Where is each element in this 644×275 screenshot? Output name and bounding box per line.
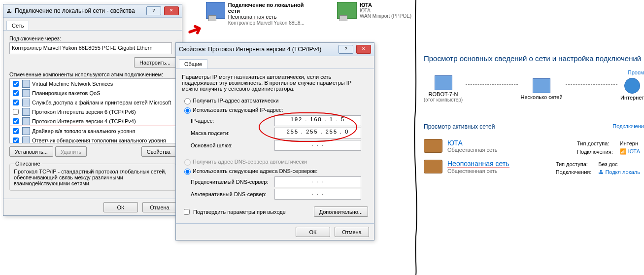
- conn-link[interactable]: ЮТА: [628, 148, 640, 154]
- dns-manual-label: Использовать следующие адреса DNS-сервер…: [193, 168, 317, 174]
- conn-label: Подключения:: [553, 169, 595, 175]
- protocol-icon: [22, 117, 30, 125]
- help-button[interactable]: ?: [146, 6, 161, 15]
- annotation-circle: [259, 112, 357, 142]
- network-item-lan[interactable]: Подключение по локальной сети Неопознанн…: [206, 2, 314, 26]
- help-button[interactable]: ?: [339, 45, 353, 54]
- window-title: Свойства: Протокол Интернета версии 4 (T…: [179, 46, 336, 53]
- protocol-icon: [22, 99, 30, 106]
- tab-general[interactable]: Общие: [179, 59, 207, 69]
- component-name: Протокол Интернета версии 6 (TCP/IPv6): [32, 109, 136, 115]
- component-checkbox[interactable]: [13, 109, 19, 115]
- validate-checkbox[interactable]: [184, 209, 190, 215]
- lan-device: Контроллер Marvell Yukon 88E8...: [228, 20, 314, 26]
- network-block-unknown: Неопознанная сеть Общественная сеть Тип …: [424, 160, 644, 174]
- component-checkbox[interactable]: [13, 90, 19, 96]
- globe-icon: [624, 78, 640, 94]
- component-name: Служба доступа к файлам и принтерам сете…: [32, 100, 171, 105]
- lan-icon: [206, 2, 225, 19]
- dns2-label: Альтернативный DNS-сервер:: [191, 191, 274, 197]
- network-item-yota[interactable]: ЮТА ЮТА WAN Miniport (PPPOE): [337, 2, 445, 19]
- protocol-icon: [22, 108, 30, 116]
- component-item[interactable]: Протокол Интернета версии 6 (TCP/IPv6): [10, 107, 175, 116]
- network-center-heading: Просмотр основных сведений о сети и наст…: [424, 54, 644, 63]
- component-name: Virtual Machine Network Services: [32, 81, 113, 87]
- description-text: Протокол TCP/IP - стандартный протокол г…: [14, 169, 171, 186]
- protocol-icon: [22, 89, 30, 97]
- component-item[interactable]: Планировщик пакетов QoS: [10, 88, 175, 98]
- protocol-icon: [22, 127, 30, 135]
- access-label: Тип доступа:: [553, 161, 595, 168]
- window-icon: 🖧: [6, 8, 12, 14]
- component-item[interactable]: Ответчик обнаружения топологии канальног…: [10, 136, 175, 143]
- properties-button[interactable]: Свойства: [141, 146, 176, 157]
- conn-label: Подключения:: [574, 148, 616, 155]
- ip-manual-radio[interactable]: [184, 107, 191, 114]
- dns1-field[interactable]: . . .: [274, 176, 361, 187]
- validate-label: Подтвердить параметры при выходе: [193, 209, 286, 215]
- component-item[interactable]: Протокол Интернета версии 4 (TCP/IPv4): [10, 116, 175, 126]
- lan-title: Подключение по локальной сети: [228, 2, 314, 14]
- yota-title: ЮТА: [360, 2, 411, 8]
- access-value: Интерн: [617, 140, 643, 147]
- install-button[interactable]: Установить...: [9, 146, 53, 157]
- network-name[interactable]: Неопознанная сеть: [447, 160, 509, 168]
- ip-auto-label: Получить IP-адрес автоматически: [193, 98, 278, 103]
- component-checkbox[interactable]: [13, 81, 19, 87]
- cancel-button[interactable]: Отмена: [142, 202, 177, 212]
- ok-button[interactable]: ОК: [296, 227, 330, 237]
- access-value: Без дос: [595, 161, 643, 168]
- protocol-icon: [22, 137, 30, 144]
- component-checkbox[interactable]: [13, 118, 19, 124]
- component-checkbox[interactable]: [13, 138, 19, 143]
- component-item[interactable]: Служба доступа к файлам и принтерам сете…: [10, 98, 175, 107]
- ip-manual-label: Использовать следующий IP-адрес:: [193, 107, 283, 113]
- gateway-label: Основной шлюз:: [191, 142, 274, 148]
- close-button[interactable]: ✕: [356, 45, 371, 54]
- ok-button[interactable]: ОК: [103, 202, 138, 212]
- annotation-divider: [411, 0, 421, 275]
- component-name: Драйвер в/в тополога канального уровня: [32, 128, 135, 134]
- ipv4-properties-window: Свойства: Протокол Интернета версии 4 (T…: [175, 42, 374, 241]
- network-type: Общественная сеть: [447, 147, 498, 153]
- component-name: Протокол Интернета версии 4 (TCP/IPv4): [32, 118, 136, 124]
- component-name: Ответчик обнаружения топологии канальног…: [32, 138, 166, 143]
- networks-icon: [533, 78, 550, 93]
- component-item[interactable]: Драйвер в/в тополога канального уровня: [10, 126, 175, 136]
- access-label: Тип доступа:: [574, 140, 616, 147]
- annotation-arrow: ➜: [184, 18, 205, 42]
- description-label: Описание: [14, 161, 42, 167]
- components-list[interactable]: Virtual Machine Network ServicesПланиров…: [9, 78, 176, 143]
- active-networks-heading: Просмотр активных сетей: [424, 123, 495, 130]
- component-name: Планировщик пакетов QoS: [32, 90, 101, 96]
- advanced-button[interactable]: Дополнительно...: [314, 206, 368, 217]
- network-name[interactable]: ЮТА: [447, 139, 498, 147]
- bench-icon: [424, 139, 442, 153]
- network-center-panel: Просмотр основных сведений о сети и наст…: [424, 54, 644, 181]
- network-block-yota: ЮТА Общественная сеть Тип доступа:Интерн…: [424, 139, 644, 153]
- cancel-button[interactable]: Отмена: [335, 227, 369, 237]
- ip-auto-radio[interactable]: [184, 98, 191, 104]
- adapter-field[interactable]: Контроллер Marvell Yukon 88E8055 PCI-E G…: [9, 42, 172, 54]
- map-node-this-pc: ROBOT-7-N (этот компьютер): [424, 75, 463, 103]
- connect-via-label: Подключение через:: [9, 35, 176, 41]
- map-node-networks: Несколько сетей: [521, 78, 563, 100]
- map-node-internet: Интернет: [620, 78, 644, 101]
- connections-link[interactable]: Подключени: [612, 123, 644, 132]
- tab-network[interactable]: Сеть: [6, 21, 29, 30]
- full-map-link[interactable]: Просм: [424, 69, 644, 75]
- component-item[interactable]: Virtual Machine Network Services: [10, 79, 175, 88]
- conn-link[interactable]: Подкл локаль: [605, 169, 640, 175]
- dns2-field[interactable]: . . .: [274, 189, 361, 200]
- components-label: Отмеченные компоненты используются этим …: [9, 71, 176, 77]
- close-button[interactable]: ✕: [164, 6, 179, 15]
- component-checkbox[interactable]: [13, 100, 19, 105]
- protocol-icon: [22, 80, 30, 88]
- yota-device: WAN Miniport (PPPOE): [360, 13, 411, 19]
- component-checkbox[interactable]: [13, 128, 19, 134]
- dns-manual-radio[interactable]: [184, 169, 191, 175]
- dns1-label: Предпочитаемый DNS-сервер:: [191, 179, 274, 185]
- window-title: Подключение по локальной сети - свойства: [15, 7, 143, 14]
- lan-status: Неопознанная сеть: [228, 14, 277, 20]
- configure-button[interactable]: Настроить...: [134, 57, 176, 68]
